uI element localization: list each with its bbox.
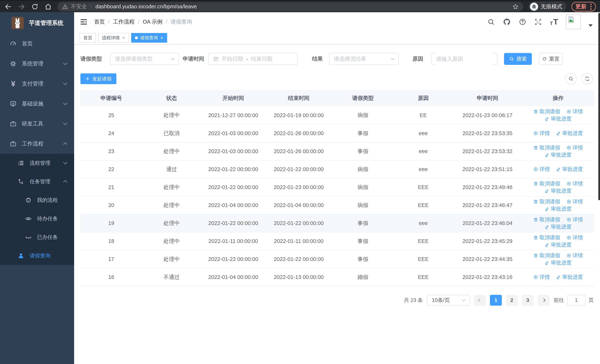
result-select[interactable]: 请选择流结果 [329, 53, 399, 65]
detail-link[interactable]: 详情 [566, 180, 583, 187]
approval-progress-link[interactable]: 审批进度 [544, 223, 572, 230]
approval-progress-link[interactable]: 审批进度 [556, 130, 583, 137]
more-menu-icon[interactable] [590, 3, 592, 10]
cell-apply-time: 2022-01-22 23:44:35 [453, 250, 522, 268]
apply-time-range-picker[interactable]: 开始日期 - 结束日期 [208, 53, 298, 65]
sidebar-item-home[interactable]: 首页 [0, 34, 74, 54]
cell-status: 处理中 [142, 178, 201, 196]
create-leave-button[interactable]: 发起请假 [80, 73, 116, 84]
approval-progress-link[interactable]: 审批进度 [556, 166, 583, 173]
detail-link[interactable]: 详情 [533, 166, 550, 173]
toggle-search-button[interactable] [565, 73, 577, 84]
home-icon[interactable] [44, 3, 52, 11]
search-button[interactable]: 搜索 [504, 53, 532, 65]
approval-progress-link[interactable]: 审批进度 [544, 241, 572, 248]
breadcrumb-home[interactable]: 首页 [94, 18, 105, 26]
cancel-leave-link[interactable]: 取消请假 [533, 252, 560, 259]
goto-page-input[interactable] [567, 295, 586, 306]
cell-apply-time: 2022-01-22 23:45:29 [453, 232, 522, 250]
detail-link[interactable]: 详情 [566, 216, 583, 223]
github-icon[interactable] [503, 18, 511, 26]
page-button-3[interactable]: 3 [522, 295, 534, 306]
sidebar-item-system[interactable]: 系统管理 [0, 54, 74, 74]
tag-home[interactable]: 首页 [80, 33, 96, 43]
scrollbar-thumb[interactable] [598, 13, 600, 200]
detail-link[interactable]: 详情 [566, 198, 583, 205]
fullscreen-icon[interactable] [534, 18, 542, 26]
cancel-leave-link[interactable]: 取消请假 [533, 198, 560, 205]
page-button-1[interactable]: 1 [490, 295, 502, 306]
prev-page-button[interactable] [474, 295, 486, 306]
reason-input[interactable] [436, 53, 493, 65]
reset-button[interactable]: 重置 [539, 53, 562, 65]
approval-progress-link[interactable]: 审批进度 [544, 187, 572, 195]
col-status: 状态 [142, 90, 201, 106]
search-icon[interactable] [487, 18, 495, 26]
close-icon[interactable] [160, 36, 163, 39]
url-text[interactable]: dashboard.yudao.iocoder.cn/bpm/oa/leave [95, 3, 197, 10]
sidebar-item-infra[interactable]: 基础设施 [0, 94, 74, 114]
back-icon[interactable] [4, 3, 12, 11]
detail-link[interactable]: 详情 [533, 130, 550, 137]
chevron-down-icon [63, 160, 67, 164]
sidebar-item-process-mgmt[interactable]: 流程管理 [0, 154, 74, 172]
table-row: 24 已取消 2022-01-03 00:00:00 2022-01-26 00… [80, 124, 594, 142]
detail-link[interactable]: 详情 [566, 108, 583, 115]
cancel-leave-link[interactable]: 取消请假 [533, 234, 560, 241]
table-row: 18 处理中 2022-01-11 00:00:00 2022-01-11 00… [80, 232, 594, 250]
cell-apply-id: 21 [80, 178, 142, 196]
sidebar-item-workflow[interactable]: 工作流程 [0, 134, 74, 154]
tag-process-detail[interactable]: 流程详情 [98, 33, 129, 43]
refresh-button[interactable] [581, 73, 593, 84]
cell-status: 处理中 [142, 142, 201, 160]
sidebar-item-todo-tasks[interactable]: 待办任务 [0, 209, 74, 228]
end-date-placeholder[interactable]: 结束日期 [251, 55, 272, 63]
chevron-up-icon [63, 180, 67, 184]
forward-icon[interactable] [18, 3, 26, 11]
sidebar-item-devtools[interactable]: 研发工具 [0, 114, 74, 134]
close-icon[interactable] [122, 36, 125, 39]
sidebar-item-my-process[interactable]: 我的流程 [0, 191, 74, 209]
approval-progress-link[interactable]: 审批进度 [544, 259, 572, 266]
page-size-select[interactable]: 10条/页 [427, 295, 470, 306]
avatar[interactable] [566, 14, 581, 29]
cell-apply-id: 18 [80, 232, 142, 250]
approval-progress-link[interactable]: 审批进度 [556, 274, 583, 280]
cancel-leave-link[interactable]: 取消请假 [533, 108, 560, 115]
cancel-leave-link[interactable]: 取消请假 [533, 216, 560, 223]
hamburger-icon[interactable] [80, 18, 88, 26]
start-date-placeholder[interactable]: 开始日期 [222, 55, 243, 63]
update-button[interactable]: 更新 [572, 2, 596, 11]
logo-row[interactable]: 芋道管理系统 [0, 12, 74, 34]
approval-progress-link[interactable]: 审批进度 [544, 151, 572, 159]
sidebar-item-task-mgmt[interactable]: 任务管理 [0, 172, 74, 191]
next-page-button[interactable] [538, 295, 550, 306]
cancel-leave-link[interactable]: 取消请假 [533, 180, 560, 187]
sidebar-item-done-tasks[interactable]: 已办任务 [0, 228, 74, 246]
sidebar-item-label: 基础设施 [22, 100, 43, 107]
sidebar-item-leave-query[interactable]: 请假查询 [0, 246, 74, 265]
address-bar[interactable]: 不安全 dashboard.yudao.iocoder.cn/bpm/oa/le… [57, 2, 523, 11]
breadcrumb-workflow[interactable]: 工作流程 [113, 18, 134, 26]
sidebar-item-payment[interactable]: ¥ 支付管理 [0, 74, 74, 94]
breadcrumb-oa-example[interactable]: OA 示例 [143, 18, 162, 26]
approval-progress-link[interactable]: 审批进度 [544, 205, 572, 212]
caret-down-icon[interactable] [589, 24, 593, 27]
cancel-leave-link[interactable]: 取消请假 [533, 144, 560, 151]
help-icon[interactable] [519, 18, 526, 26]
chevron-left-icon [478, 299, 482, 302]
pen-icon [544, 206, 549, 211]
security-warning-icon[interactable] [62, 3, 68, 10]
reload-icon[interactable] [31, 3, 39, 11]
detail-link[interactable]: 详情 [566, 144, 583, 151]
font-size-icon[interactable]: TT [550, 18, 558, 26]
detail-link[interactable]: 详情 [533, 274, 550, 280]
bookmark-star-icon[interactable] [512, 3, 519, 10]
detail-link[interactable]: 详情 [566, 234, 583, 241]
leave-type-select[interactable]: 请选择请假类型 [110, 53, 179, 65]
tag-leave-query[interactable]: 请假查询 [131, 33, 167, 43]
detail-link[interactable]: 详情 [566, 252, 583, 259]
page-button-2[interactable]: 2 [506, 295, 518, 306]
approval-progress-link[interactable]: 审批进度 [544, 115, 572, 122]
cell-actions: 取消请假 详情 审批进度 [522, 232, 594, 250]
